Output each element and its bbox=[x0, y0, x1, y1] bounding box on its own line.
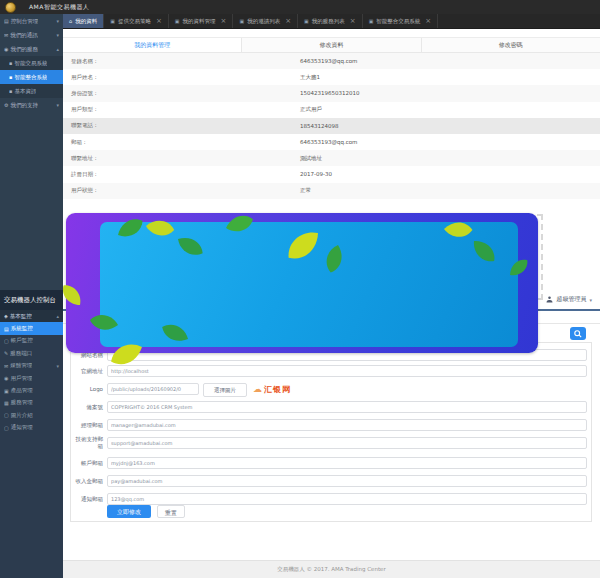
table-row: 註冊日期 :2017-09-30 bbox=[63, 166, 600, 182]
tab-edit-profile[interactable]: 修改資料 bbox=[242, 38, 421, 52]
copyright-input[interactable] bbox=[107, 401, 587, 413]
field-label: 通知郵箱 bbox=[71, 493, 103, 505]
close-icon[interactable]: × bbox=[425, 17, 431, 25]
app-title: AMA智能交易機器人 bbox=[29, 0, 89, 14]
notice-email-input[interactable] bbox=[107, 493, 587, 505]
table-row: 用戶狀態 :正常 bbox=[63, 183, 600, 199]
admin-user-name: 超級管理員 bbox=[556, 295, 586, 304]
screen: AMA智能交易機器人 ⌂ 我的資料 ▣ 提供交易策略 × ▣ 我的資料管理 × … bbox=[0, 0, 600, 578]
open-tabs-bar: ⌂ 我的資料 ▣ 提供交易策略 × ▣ 我的資料管理 × ▣ 我的邀請列表 × … bbox=[63, 14, 600, 29]
page-icon: ▣ bbox=[110, 18, 115, 24]
search-button[interactable] bbox=[570, 327, 586, 340]
chevron-down-icon: ▾ bbox=[56, 98, 59, 112]
sidebar-item-media-manage[interactable]: ✉媒體管理 ▾ bbox=[0, 360, 63, 372]
sidebar-item-service-port[interactable]: ✎服務端口 bbox=[0, 347, 63, 359]
close-icon[interactable]: × bbox=[221, 17, 227, 25]
tab-invite-list[interactable]: ▣ 我的邀請列表 × bbox=[233, 14, 298, 28]
footer: 交易機器人 © 2017. AMA Trading Center bbox=[63, 560, 600, 578]
bullet-icon: ▪ bbox=[9, 84, 12, 98]
close-icon[interactable]: × bbox=[350, 17, 356, 25]
grid-icon: ▣ bbox=[4, 388, 9, 394]
tab-profile-management[interactable]: 我的資料管理 bbox=[63, 38, 242, 52]
table-row: 用戶類型 :正式用戶 bbox=[63, 102, 600, 118]
box-icon: ▢ bbox=[4, 338, 9, 344]
top-bar: AMA智能交易機器人 bbox=[0, 0, 600, 14]
sidebar-subitem-basic-info[interactable]: ▪基本資訊 bbox=[0, 84, 63, 98]
tab-change-password[interactable]: 修改密碼 bbox=[422, 38, 600, 52]
tab-smart-trade-system[interactable]: ▣ 智能整合交易系統 × bbox=[363, 14, 439, 28]
table-row: 身份證號 :15042319650312010 bbox=[63, 85, 600, 101]
brand-logo: ☁汇银网 bbox=[253, 383, 291, 395]
sidebar-item-account-monitor[interactable]: ▢帳戶監控 bbox=[0, 335, 63, 347]
tab-my-profile[interactable]: ⌂ 我的資料 bbox=[63, 14, 104, 28]
chevron-up-icon: ▴ bbox=[56, 313, 59, 319]
pencil-icon: ✎ bbox=[4, 350, 8, 356]
sidebar-item-console-manage[interactable]: ▤控制台管理 ▾ bbox=[0, 14, 63, 28]
row-label: 用戶姓名 : bbox=[63, 74, 300, 81]
sidebar-item-our-messages[interactable]: ✉我們的通訊 ▾ bbox=[0, 28, 63, 42]
sidebar-item-our-support[interactable]: ⚙我們的支持 ▾ bbox=[0, 98, 63, 112]
bullet-icon: ▪ bbox=[9, 70, 12, 84]
row-value: 正式用戶 bbox=[300, 106, 322, 113]
profile-tabs: 我的資料管理 修改資料 修改密碼 bbox=[63, 37, 600, 53]
tab-profile-manage[interactable]: ▣ 我的資料管理 × bbox=[169, 14, 234, 28]
page-icon: ▣ bbox=[304, 18, 309, 24]
monitor-icon: ▤ bbox=[4, 326, 9, 332]
tab-label: 提供交易策略 bbox=[118, 18, 151, 25]
console-title: 交易機器人控制台 bbox=[0, 290, 63, 310]
sidebar-item-label: 智能交易系統 bbox=[14, 56, 47, 70]
submit-button[interactable]: 立即修改 bbox=[107, 505, 151, 518]
chevron-down-icon: ▾ bbox=[56, 28, 59, 42]
diamond-icon: ◈ bbox=[4, 313, 8, 319]
banner-image-preview bbox=[66, 213, 538, 353]
home-icon: ⌂ bbox=[69, 18, 72, 24]
page-icon: ▣ bbox=[239, 18, 244, 24]
sidebar-item-label: 圖片介紹 bbox=[11, 412, 33, 419]
tab-trade-strategy[interactable]: ▣ 提供交易策略 × bbox=[104, 14, 169, 28]
field-label: Logo bbox=[71, 383, 103, 395]
sidebar-item-label: 我們的服務 bbox=[10, 42, 38, 56]
sidebar-item-system-monitor[interactable]: ▤系統監控 bbox=[0, 322, 63, 334]
sidebar-item-label: 基本監控 bbox=[10, 313, 32, 320]
sidebar-item-image-intro[interactable]: ▢圖片介紹 bbox=[0, 409, 63, 421]
logo-path-input[interactable] bbox=[107, 383, 199, 395]
row-value: 正常 bbox=[300, 187, 311, 194]
choose-image-button[interactable]: 選擇圖片 bbox=[203, 383, 247, 397]
sidebar-item-basic-monitor[interactable]: ◈基本監控 ▴ bbox=[0, 310, 63, 322]
row-value: 王大膽1 bbox=[300, 74, 320, 81]
admin-user-menu[interactable]: 超級管理員 ▾ bbox=[546, 295, 592, 304]
tab-service-list[interactable]: ▣ 我的服務列表 × bbox=[298, 14, 363, 28]
mail-icon: ✉ bbox=[4, 28, 8, 42]
field-label: 備案號 bbox=[71, 401, 103, 413]
monitor-icon: ▤ bbox=[4, 14, 9, 28]
row-label: 用戶狀態 : bbox=[63, 187, 300, 194]
income-email-input[interactable] bbox=[107, 475, 587, 487]
image-icon: ▢ bbox=[4, 412, 9, 418]
close-icon[interactable]: × bbox=[285, 17, 291, 25]
search-icon bbox=[574, 330, 582, 338]
reset-button[interactable]: 重置 bbox=[157, 505, 185, 518]
chevron-down-icon: ▾ bbox=[56, 363, 59, 369]
sidebar-item-user-manage[interactable]: ◉用戶管理 bbox=[0, 372, 63, 384]
manager-email-input[interactable] bbox=[107, 419, 587, 431]
mail-icon: ✉ bbox=[4, 363, 8, 369]
sidebar-item-our-services[interactable]: ◉我們的服務 ▴ bbox=[0, 42, 63, 56]
sidebar-item-label: 系統監控 bbox=[11, 325, 33, 332]
row-label: 聯繫電話 : bbox=[63, 122, 300, 129]
account-email-input[interactable] bbox=[107, 457, 587, 469]
row-value: 646353193@qq.com bbox=[300, 139, 357, 145]
tab-label: 我的邀請列表 bbox=[247, 18, 280, 25]
app-logo-icon bbox=[5, 2, 16, 13]
sidebar-item-service-manage[interactable]: ▦服務管理 bbox=[0, 397, 63, 409]
sidebar-item-product-manage[interactable]: ▣產品管理 bbox=[0, 384, 63, 396]
sidebar-item-notice-manage[interactable]: ▢通知管理 bbox=[0, 422, 63, 434]
sidebar-item-label: 我們的通訊 bbox=[10, 28, 38, 42]
close-icon[interactable]: × bbox=[156, 17, 162, 25]
sidebar-subitem-smart-integration-system[interactable]: ▪智能整合系統 bbox=[0, 70, 63, 84]
gear-icon: ⚙ bbox=[4, 98, 8, 112]
field-label: 經理郵箱 bbox=[71, 419, 103, 431]
field-label: 官網地址 bbox=[71, 365, 103, 377]
site-url-input[interactable] bbox=[107, 365, 587, 377]
support-email-input[interactable] bbox=[107, 437, 587, 449]
sidebar-subitem-smart-trade-system[interactable]: ▪智能交易系統 bbox=[0, 56, 63, 70]
